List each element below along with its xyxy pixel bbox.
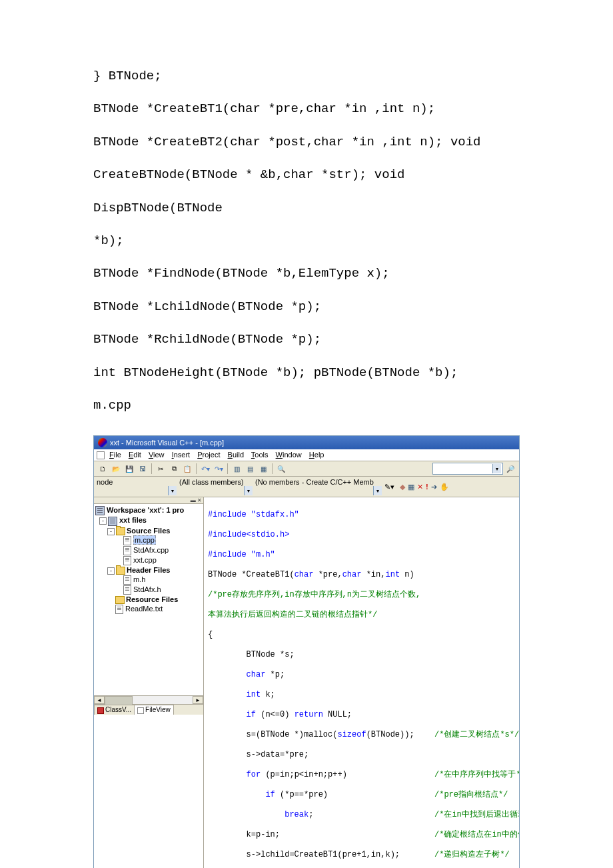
doc-line: CreateBTNode(BTNode * &b,char *str); voi… bbox=[93, 159, 520, 225]
chevron-down-icon: ▼ bbox=[244, 486, 253, 495]
code-line: #include "stdafx.h" bbox=[208, 510, 299, 519]
folder-icon bbox=[115, 596, 125, 604]
doc-line: BTNode *RchildNode(BTNode *p); bbox=[93, 323, 520, 356]
code-editor[interactable]: #include "stdafx.h" #include<stdio.h> #i… bbox=[204, 497, 519, 868]
find-combo[interactable]: ▼ bbox=[432, 463, 503, 475]
open-icon[interactable]: 📂 bbox=[110, 463, 122, 475]
file-item[interactable]: xxt.cpp bbox=[95, 555, 202, 565]
scope-combo[interactable]: node ▼ bbox=[97, 478, 177, 495]
title-bar[interactable]: xxt - Microsoft Visual C++ - [m.cpp] bbox=[94, 436, 519, 449]
resource-folder[interactable]: Resource Files bbox=[95, 595, 202, 604]
code-line: k=p-in;/*确定根结点在in中的位置*/ bbox=[208, 830, 515, 840]
find-icon[interactable]: 🔎 bbox=[504, 463, 516, 475]
folder-open-icon bbox=[116, 567, 125, 575]
save-icon[interactable]: 💾 bbox=[123, 463, 135, 475]
members-combo[interactable]: (All class members) ▼ bbox=[179, 478, 253, 495]
breakpoint-icon[interactable]: ✋ bbox=[440, 483, 449, 491]
ide-window: xxt - Microsoft Visual C++ - [m.cpp] Fil… bbox=[93, 435, 520, 868]
code-line: int k; bbox=[208, 690, 515, 700]
create-label: (No members - Create C/C++ Memb bbox=[255, 478, 374, 486]
file-label: StdAfx.h bbox=[133, 585, 161, 593]
copy-icon[interactable]: ⧉ bbox=[168, 463, 180, 475]
execute-icon[interactable]: ! bbox=[426, 483, 428, 491]
code-line: s->data=*pre; bbox=[208, 750, 308, 759]
menu-help[interactable]: Help bbox=[309, 451, 324, 459]
workspace-root[interactable]: Workspace 'xxt': 1 pro bbox=[95, 505, 202, 515]
code-line: BTNode *CreateBT1(char *pre,char *in,int… bbox=[208, 570, 515, 580]
wand-icon[interactable]: ✎▾ bbox=[384, 483, 394, 491]
collapse-icon[interactable]: - bbox=[107, 528, 115, 535]
file-icon bbox=[123, 585, 131, 595]
collapse-icon[interactable]: - bbox=[99, 517, 107, 525]
doc-line: BTNode *FindNode(BTNode *b,ElemType x); bbox=[93, 257, 520, 290]
new-icon[interactable]: 🗋 bbox=[97, 463, 109, 475]
doc-line: *b); bbox=[93, 225, 520, 257]
separator bbox=[272, 463, 273, 474]
wizard-toolbar: node ▼ (All class members) ▼ (No members… bbox=[94, 477, 519, 497]
file-item[interactable]: StdAfx.h bbox=[95, 585, 202, 595]
file-label: ReadMe.txt bbox=[125, 605, 163, 613]
compile-icon[interactable]: ◆ bbox=[400, 483, 405, 491]
doc-line: int BTNodeHeight(BTNode *b); pBTNode(BTN… bbox=[93, 357, 520, 389]
file-item[interactable]: m.cpp bbox=[95, 535, 202, 545]
header-label: Header Files bbox=[127, 566, 170, 574]
window-list-icon[interactable]: ▦ bbox=[257, 463, 269, 475]
cut-icon[interactable]: ✂ bbox=[155, 463, 167, 475]
window-title: xxt - Microsoft Visual C++ - [m.cpp] bbox=[110, 439, 224, 447]
file-icon bbox=[123, 575, 131, 585]
doc-icon bbox=[97, 451, 105, 459]
tab-classview[interactable]: ClassV... bbox=[94, 705, 135, 714]
classview-icon bbox=[97, 707, 104, 714]
collapse-icon[interactable]: - bbox=[107, 567, 115, 575]
menu-edit[interactable]: Edit bbox=[129, 451, 141, 459]
menu-insert[interactable]: Insert bbox=[172, 451, 191, 459]
menu-file[interactable]: File bbox=[109, 451, 121, 459]
find-in-files-icon[interactable]: 🔍 bbox=[275, 463, 287, 475]
panel-grip[interactable]: ▬ ✕ bbox=[94, 497, 203, 504]
undo-icon[interactable]: ↶▾ bbox=[199, 463, 211, 475]
file-label: m.h bbox=[133, 575, 145, 583]
code-line: if (n<=0) return NULL; bbox=[208, 710, 515, 720]
workspace-icon[interactable]: ▥ bbox=[231, 463, 243, 475]
header-folder[interactable]: -Header Files bbox=[95, 565, 202, 575]
menu-view[interactable]: View bbox=[149, 451, 165, 459]
save-all-icon[interactable]: 🖫 bbox=[137, 463, 149, 475]
document-text: } BTNode; BTNode *CreateBT1(char *pre,ch… bbox=[0, 0, 613, 435]
output-icon[interactable]: ▤ bbox=[244, 463, 256, 475]
file-item[interactable]: StdAfx.cpp bbox=[95, 545, 202, 555]
scroll-thumb[interactable] bbox=[105, 696, 133, 705]
standard-toolbar: 🗋 📂 💾 🖫 ✂ ⧉ 📋 ↶▾ ↷▾ ▥ ▤ ▦ 🔍 ▼ 🔎 bbox=[94, 461, 519, 477]
redo-icon[interactable]: ↷▾ bbox=[213, 463, 225, 475]
scroll-left-icon[interactable]: ◄ bbox=[94, 696, 105, 704]
file-icon bbox=[123, 536, 131, 545]
scroll-right-icon[interactable]: ► bbox=[193, 696, 203, 704]
menu-window[interactable]: Window bbox=[276, 451, 302, 459]
file-item[interactable]: ReadMe.txt bbox=[95, 604, 202, 614]
app-icon bbox=[98, 438, 107, 447]
menu-tools[interactable]: Tools bbox=[251, 451, 269, 459]
doc-line: } BTNode; bbox=[93, 60, 520, 93]
paste-icon[interactable]: 📋 bbox=[181, 463, 193, 475]
code-line: { bbox=[208, 630, 213, 639]
menu-bar: File Edit View Insert Project Build Tool… bbox=[94, 449, 519, 461]
code-line: /*pre存放先序序列,in存放中序序列,n为二叉树结点个数, bbox=[208, 590, 420, 599]
chevron-down-icon: ▼ bbox=[492, 464, 501, 473]
file-item[interactable]: m.h bbox=[95, 575, 202, 585]
menu-project[interactable]: Project bbox=[197, 451, 220, 459]
create-combo[interactable]: (No members - Create C/C++ Memb ▼ bbox=[255, 478, 382, 495]
tab-fileview[interactable]: FileView bbox=[134, 705, 174, 714]
build-icon[interactable]: ▦ bbox=[408, 483, 414, 491]
code-line: BTNode *s; bbox=[208, 650, 295, 659]
menu-build[interactable]: Build bbox=[228, 451, 244, 459]
workspace-panel: ▬ ✕ Workspace 'xxt': 1 pro -xxt files -S… bbox=[94, 497, 204, 868]
tab-label: ClassV... bbox=[105, 706, 131, 713]
file-label: xxt.cpp bbox=[133, 556, 157, 564]
scroll-track[interactable] bbox=[105, 696, 193, 704]
horizontal-scrollbar[interactable]: ◄ ► bbox=[94, 695, 203, 704]
stop-build-icon[interactable]: ⨯ bbox=[417, 483, 423, 491]
project-node[interactable]: -xxt files bbox=[95, 515, 202, 525]
source-folder[interactable]: -Source Files bbox=[95, 526, 202, 535]
go-icon[interactable]: ➔ bbox=[431, 483, 437, 491]
members-label: (All class members) bbox=[179, 478, 244, 486]
workspace-icon bbox=[95, 506, 105, 515]
